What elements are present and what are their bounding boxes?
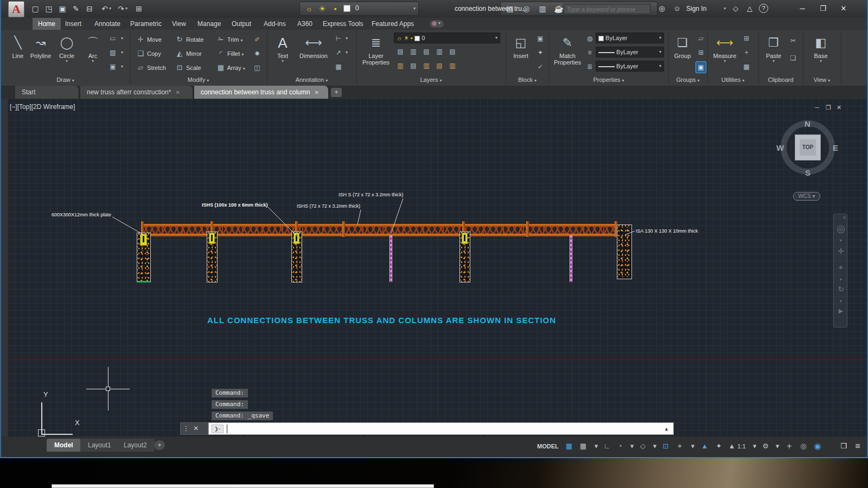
dim-linear-icon[interactable]: ⊢ xyxy=(333,33,344,44)
column-7[interactable] xyxy=(617,224,632,279)
measure-button[interactable]: ⟷Measure▾ xyxy=(711,32,739,73)
user-icon[interactable]: ☺ xyxy=(671,3,683,15)
save-icon[interactable]: ▣ xyxy=(56,3,68,15)
table-icon[interactable]: ▦ xyxy=(333,61,344,72)
annotation-visibility-icon[interactable]: ▲ xyxy=(699,440,711,453)
paste-button[interactable]: ❐Paste▾ xyxy=(762,32,786,73)
dyninput-caret-icon[interactable]: ▾ xyxy=(687,440,699,453)
blend-icon[interactable]: ◫ xyxy=(252,62,263,73)
tab-home[interactable]: Home xyxy=(33,18,61,30)
group-selectable-icon[interactable]: ▣ xyxy=(695,61,706,73)
annotation-plate-label[interactable]: 600X300X12mm thick plate xyxy=(52,212,111,217)
connection-plate[interactable] xyxy=(462,233,468,244)
tab-manage[interactable]: Manage xyxy=(192,18,226,30)
column-4-magenta[interactable] xyxy=(390,235,392,282)
snap-toggle-icon[interactable]: ▦ xyxy=(577,440,589,453)
print-icon[interactable]: ⊟ xyxy=(84,3,95,15)
group-edit-icon[interactable]: ⊞ xyxy=(695,47,706,58)
show-motion-icon[interactable]: ▶ xyxy=(834,307,848,314)
viewcube-west[interactable]: W xyxy=(776,143,784,152)
quick-select-icon[interactable]: ⊞ xyxy=(741,33,752,44)
line-button[interactable]: ╲Line xyxy=(5,32,30,73)
rectangle-icon[interactable]: ▭ xyxy=(107,33,118,44)
tab-close-icon[interactable]: ✕ xyxy=(314,89,318,95)
move-button[interactable]: ✛ Move xyxy=(136,33,162,46)
block-attr-icon[interactable]: ✦ xyxy=(535,47,546,58)
layer-on-icon[interactable]: ▥ xyxy=(395,60,406,71)
tab-featured-apps[interactable]: Featured Apps xyxy=(366,18,419,30)
zoom-extents-icon[interactable]: ⌖ xyxy=(834,263,848,272)
truss-post[interactable] xyxy=(342,221,345,237)
nav-wheel-icon[interactable]: ◎ xyxy=(834,223,848,235)
zoom-caret-icon[interactable]: ▾ xyxy=(834,277,848,282)
stretch-button[interactable]: ▱ Stretch xyxy=(136,61,166,74)
truss-post[interactable] xyxy=(526,221,529,237)
workspace-caret-icon[interactable]: ▾ xyxy=(771,440,783,453)
hatch-caret-icon[interactable]: ▾ xyxy=(119,47,125,58)
clean-screen-icon[interactable]: ❒ xyxy=(838,440,850,453)
dyninput-toggle-icon[interactable]: ⌖ xyxy=(674,440,686,453)
redo-caret-icon[interactable]: ▾ xyxy=(124,3,129,15)
close-button[interactable]: ✕ xyxy=(835,3,852,14)
lineweight-icon[interactable]: ≡ xyxy=(585,47,595,58)
panel-label-layers[interactable]: Layers ▾ xyxy=(356,75,506,85)
viewport-restore-icon[interactable]: ❐ xyxy=(826,104,831,111)
rectangle-caret-icon[interactable]: ▾ xyxy=(119,33,125,44)
drawing-canvas[interactable]: [−][Top][2D Wireframe] ─ ❐ ✕ N W E S TOP… xyxy=(8,99,867,436)
tab-express-tools[interactable]: Express Tools xyxy=(317,18,368,30)
open-icon[interactable]: ◳ xyxy=(43,3,55,15)
grid-toggle-icon[interactable]: ▦ xyxy=(563,440,575,453)
leader-icon[interactable]: ↗ xyxy=(333,47,344,58)
ortho-toggle-icon[interactable]: ∟ xyxy=(601,440,613,453)
command-prompt-button[interactable]: ❯▾ xyxy=(212,425,224,433)
region-icon[interactable]: ▣ xyxy=(107,61,118,72)
navbar-close-icon[interactable]: ✕ xyxy=(834,215,848,220)
osnap-toggle-icon[interactable]: ⊡ xyxy=(660,440,672,453)
insert-button[interactable]: ◱Insert xyxy=(509,32,533,73)
ungroup-icon[interactable]: ▱ xyxy=(695,33,706,44)
color-dropdown[interactable]: ByLayer ▾ xyxy=(596,33,664,43)
search-input[interactable] xyxy=(564,4,650,14)
panel-label-view[interactable]: View ▾ xyxy=(803,75,841,85)
match-properties-button[interactable]: ✎ MatchProperties xyxy=(551,32,584,73)
command-close-icon[interactable]: ✕ xyxy=(193,425,199,432)
file-tab-start[interactable]: Start xyxy=(15,86,79,99)
a360-share-icon[interactable]: △ xyxy=(744,3,756,15)
layout1-tab[interactable]: Layout1 xyxy=(80,439,119,452)
annotation-ishs72b-label[interactable]: ISH S (72 x 72 x 3.2mm thick) xyxy=(339,192,404,197)
annotation-scale-value[interactable]: 1:1 xyxy=(736,440,748,453)
viewcube-east[interactable]: E xyxy=(833,143,838,152)
bulb-icon[interactable]: ☼ xyxy=(303,3,315,15)
layer-properties-button[interactable]: ≣ LayerProperties xyxy=(360,32,392,73)
mirror-button[interactable]: ◭ Mirror xyxy=(175,47,202,60)
dim-caret-icon[interactable]: ▾ xyxy=(344,33,349,44)
linetype-dropdown[interactable]: ByLayer ▾ xyxy=(596,61,664,72)
viewcube-north[interactable]: N xyxy=(805,119,810,129)
construction-line[interactable] xyxy=(8,358,867,358)
column-3[interactable] xyxy=(291,232,302,282)
panel-label-modify[interactable]: Modify ▾ xyxy=(130,75,267,85)
column-6-magenta[interactable] xyxy=(570,235,572,282)
layer-unlock-icon[interactable]: ▤ xyxy=(434,60,445,71)
array-button[interactable]: ▦ Array ▾ xyxy=(216,61,245,74)
hardware-accel-icon[interactable]: ◉ xyxy=(812,440,824,453)
isodraft-toggle-icon[interactable]: ◇ xyxy=(637,440,649,453)
panel-label-properties[interactable]: Properties ▾ xyxy=(549,75,668,85)
linetype-icon[interactable]: ≣ xyxy=(585,61,595,72)
connection-plate[interactable] xyxy=(140,234,147,246)
undo-caret-icon[interactable]: ▾ xyxy=(107,3,113,15)
block-check-icon[interactable]: ✓ xyxy=(535,61,546,72)
panel-label-draw[interactable]: Draw ▾ xyxy=(1,75,130,85)
drawing-note-text[interactable]: ALL CONNECTIONS BETWEEN TRUSS AND COLUMN… xyxy=(207,316,556,325)
panel-label-block[interactable]: Block ▾ xyxy=(506,75,549,85)
help-icon[interactable]: ? xyxy=(759,4,768,13)
sun-icon[interactable]: ☀ xyxy=(316,3,328,15)
copy-button[interactable]: ❏ Copy xyxy=(136,47,161,60)
calculator-icon[interactable]: ▦ xyxy=(741,61,752,72)
layer-lock2-icon[interactable]: ▥ xyxy=(434,46,445,57)
cut-icon[interactable]: ✂ xyxy=(788,35,799,46)
tab-output[interactable]: Output xyxy=(226,18,257,30)
panel-label-utilities[interactable]: Utilities ▾ xyxy=(707,75,758,85)
base-button[interactable]: ◧Base▾ xyxy=(808,32,833,73)
command-bar-grip[interactable]: ⋮ ✕ ⚒ xyxy=(180,422,208,435)
